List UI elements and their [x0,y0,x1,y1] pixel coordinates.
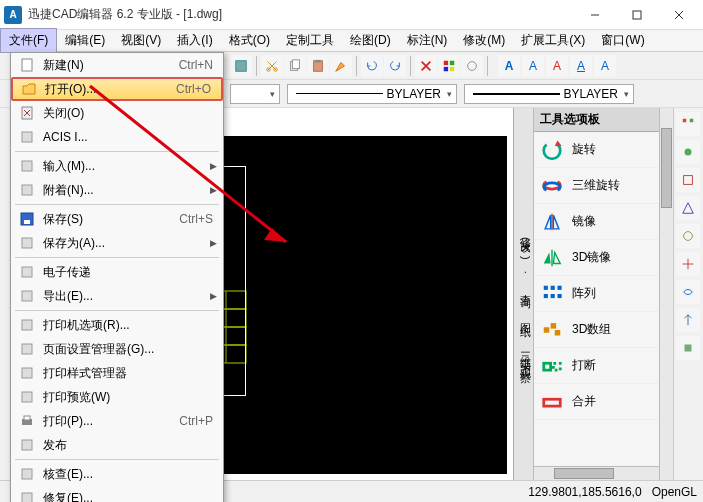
menu-8[interactable]: 修改(M) [455,29,513,52]
file-menu-publish[interactable]: 发布 [11,433,223,457]
file-menu-preview[interactable]: 打印预览(W) [11,385,223,409]
paste-icon[interactable] [307,55,329,77]
file-menu-plotstyle[interactable]: 打印样式管理器 [11,361,223,385]
file-menu-audit[interactable]: 核查(E)... [11,462,223,486]
file-menu-export[interactable]: 导出(E)...▶ [11,284,223,308]
right-icon-3[interactable] [676,168,700,192]
select-icon[interactable] [438,55,460,77]
palette-item-rotate3d[interactable]: 三维旋转 [534,168,659,204]
saveas-icon [17,233,37,253]
app-icon: A [4,6,22,24]
svg-rect-23 [22,238,32,248]
right-icon-1[interactable] [676,112,700,136]
right-icon-8[interactable] [676,308,700,332]
svg-rect-26 [22,320,32,330]
file-menu-import[interactable]: 输入(M)...▶ [11,154,223,178]
right-icon-7[interactable] [676,280,700,304]
menu-item-label: 核查(E)... [43,466,217,483]
file-menu-etransmit[interactable]: 电子传递 [11,260,223,284]
palette-item-rotate[interactable]: 旋转 [534,132,659,168]
file-menu-open[interactable]: 打开(O)...Ctrl+O [11,77,223,101]
menu-5[interactable]: 定制工具 [278,29,342,52]
menu-item-label: 修复(E)... [43,490,217,503]
rotate-icon [540,138,564,162]
right-icon-6[interactable] [676,252,700,276]
menu-1[interactable]: 编辑(E) [57,29,113,52]
copy-icon[interactable] [284,55,306,77]
palette-hscroll[interactable] [534,466,659,480]
menu-7[interactable]: 标注(N) [399,29,456,52]
join-icon [540,390,564,414]
palette-item-mirror[interactable]: 镜像 [534,204,659,240]
toolbar-icon[interactable] [230,55,252,77]
file-menu-new[interactable]: 新建(N)Ctrl+N [11,53,223,77]
menu-shortcut: Ctrl+P [179,414,217,428]
text-style-a[interactable]: A [498,55,520,77]
minimize-button[interactable] [575,3,615,27]
close-button[interactable] [659,3,699,27]
palette-item-label: 合并 [572,393,596,410]
menu-4[interactable]: 格式(O) [221,29,278,52]
svg-rect-53 [544,294,548,298]
text-style-e[interactable]: A [594,55,616,77]
right-icon-2[interactable] [676,140,700,164]
menu-2[interactable]: 视图(V) [113,29,169,52]
acis-icon [17,127,37,147]
menu-9[interactable]: 扩展工具(X) [513,29,593,52]
file-menu-recover[interactable]: 修复(E)... [11,486,223,502]
file-menu-pagesetup[interactable]: 页面设置管理器(G)... [11,337,223,361]
maximize-button[interactable] [617,3,657,27]
right-icon-4[interactable] [676,196,700,220]
array3d-icon [540,318,564,342]
window-title: 迅捷CAD编辑器 6.2 专业版 - [1.dwg] [28,6,575,23]
palette-item-array[interactable]: 阵列 [534,276,659,312]
lineweight-combo[interactable]: BYLAYER ▾ [464,84,634,104]
delete-icon[interactable] [415,55,437,77]
file-menu-save[interactable]: 保存(S)Ctrl+S [11,207,223,231]
svg-rect-62 [683,119,687,123]
menu-10[interactable]: 窗口(W) [593,29,652,52]
menu-item-label: 打印预览(W) [43,389,217,406]
file-menu-acis[interactable]: ACIS I... [11,125,223,149]
palette-item-break[interactable]: 打断 [534,348,659,384]
preview-icon [17,387,37,407]
svg-rect-16 [22,59,32,71]
menu-6[interactable]: 绘图(D) [342,29,399,52]
svg-rect-4 [236,60,247,71]
text-style-d[interactable]: A [570,55,592,77]
palette-vertical-tabs[interactable]: 修改(K) · 查询 · 图纸 · 三维动态观察 [514,108,534,480]
text-style-c[interactable]: A [546,55,568,77]
file-menu-close[interactable]: 关闭(O) [11,101,223,125]
file-menu-print[interactable]: 打印(P)...Ctrl+P [11,409,223,433]
menu-0[interactable]: 文件(F) [0,28,57,53]
redo-icon[interactable] [384,55,406,77]
linetype-combo[interactable]: BYLAYER ▾ [287,84,457,104]
palette-item-label: 打断 [572,357,596,374]
pagesetup-icon [17,339,37,359]
right-icon-9[interactable] [676,336,700,360]
match-icon[interactable] [330,55,352,77]
menu-item-label: 打印样式管理器 [43,365,217,382]
undo-icon[interactable] [361,55,383,77]
submenu-arrow-icon: ▶ [210,291,217,301]
text-style-b[interactable]: A [522,55,544,77]
menu-bar: 文件(F)编辑(E)视图(V)插入(I)格式(O)定制工具绘图(D)标注(N)修… [0,30,703,52]
file-menu-saveas[interactable]: 保存为(A)...▶ [11,231,223,255]
right-icon-5[interactable] [676,224,700,248]
palette-item-mirror3d[interactable]: 3D镜像 [534,240,659,276]
palette-item-join[interactable]: 合并 [534,384,659,420]
file-menu-attach[interactable]: 附着(N)...▶ [11,178,223,202]
misc-icon[interactable] [461,55,483,77]
menu-3[interactable]: 插入(I) [169,29,220,52]
palette-item-array3d[interactable]: 3D数组 [534,312,659,348]
svg-rect-61 [544,399,561,406]
palette-item-label: 镜像 [572,213,596,230]
palette-vscroll[interactable] [659,108,673,480]
svg-rect-51 [551,285,555,289]
layer-state-combo[interactable]: ▾ [230,84,280,104]
palette-item-label: 旋转 [572,141,596,158]
menu-shortcut: Ctrl+N [179,58,217,72]
file-menu-printer[interactable]: 打印机选项(R)... [11,313,223,337]
svg-rect-63 [690,119,694,123]
cut-icon[interactable] [261,55,283,77]
